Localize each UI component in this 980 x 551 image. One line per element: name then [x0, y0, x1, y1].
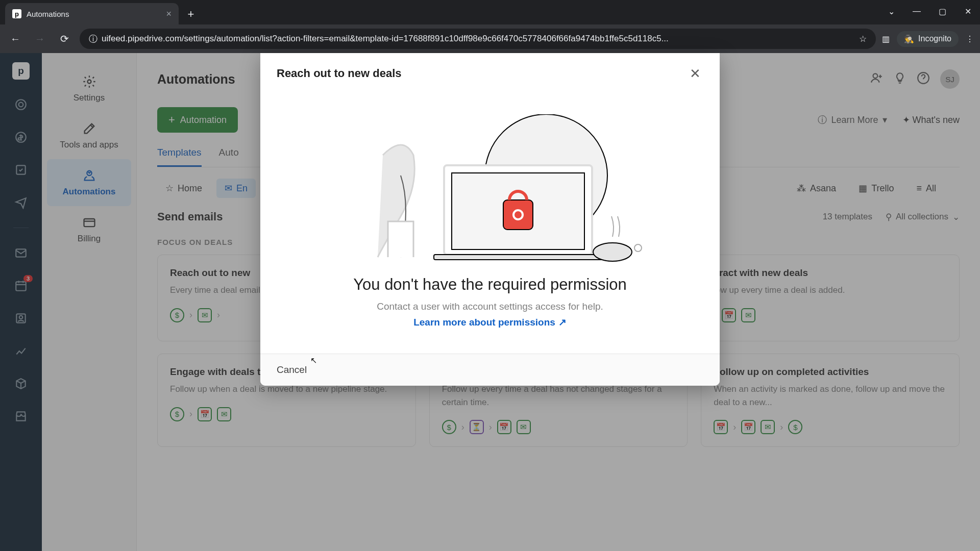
tab-title: Automations — [27, 10, 161, 18]
window-controls: ⌄ — ▢ ✕ — [884, 4, 975, 18]
tab-bar: p Automations × + ⌄ — ▢ ✕ — [0, 0, 980, 24]
url-field[interactable]: ⓘ uifeed.pipedrive.com/settings/automati… — [80, 29, 876, 49]
permission-modal: Reach out to new deals ✕ You don't have … — [260, 53, 720, 386]
site-info-icon[interactable]: ⓘ — [89, 33, 97, 45]
forward-button[interactable]: → — [31, 30, 49, 48]
permission-illustration — [281, 109, 699, 262]
svg-point-20 — [634, 244, 642, 252]
minimize-icon[interactable]: — — [910, 4, 924, 18]
reload-button[interactable]: ⟳ — [55, 30, 74, 48]
permission-title: You don't have the required permission — [281, 276, 699, 294]
modal-body: You don't have the required permission C… — [260, 94, 720, 354]
modal-header: Reach out to new deals ✕ — [260, 53, 720, 94]
bookmark-icon[interactable]: ☆ — [859, 34, 867, 44]
cancel-button[interactable]: Cancel — [277, 364, 307, 375]
chevron-down-icon[interactable]: ⌄ — [884, 4, 898, 18]
permission-subtitle: Contact a user with account settings acc… — [281, 301, 699, 312]
permission-link[interactable]: Learn more about permissions ↗ — [413, 316, 567, 328]
link-label: Learn more about permissions — [413, 317, 555, 328]
close-window-icon[interactable]: ✕ — [961, 4, 975, 18]
modal-close-button[interactable]: ✕ — [687, 65, 703, 82]
incognito-label: Incognito — [918, 34, 951, 43]
url-text: uifeed.pipedrive.com/settings/automation… — [102, 34, 855, 44]
favicon-icon: p — [12, 9, 21, 18]
modal-footer: Cancel — [260, 354, 720, 386]
svg-point-19 — [593, 243, 632, 261]
incognito-badge[interactable]: 🕵 Incognito — [897, 31, 959, 47]
svg-rect-16 — [434, 255, 602, 260]
modal-title: Reach out to new deals — [277, 67, 402, 80]
svg-rect-17 — [503, 200, 533, 230]
browser-tab[interactable]: p Automations × — [5, 3, 179, 24]
address-bar: ← → ⟳ ⓘ uifeed.pipedrive.com/settings/au… — [0, 24, 980, 53]
new-tab-button[interactable]: + — [183, 6, 199, 22]
external-link-icon: ↗ — [558, 316, 567, 328]
incognito-icon: 🕵 — [904, 34, 914, 44]
browser-chrome: p Automations × + ⌄ — ▢ ✕ ← → ⟳ ⓘ uifeed… — [0, 0, 980, 53]
tab-close-icon[interactable]: × — [166, 9, 172, 19]
menu-icon[interactable]: ⋮ — [966, 34, 974, 44]
extensions-icon[interactable]: ▥ — [882, 34, 890, 44]
maximize-icon[interactable]: ▢ — [935, 4, 949, 18]
back-button[interactable]: ← — [6, 30, 24, 48]
toolbar-icons: ▥ 🕵 Incognito ⋮ — [882, 31, 974, 47]
